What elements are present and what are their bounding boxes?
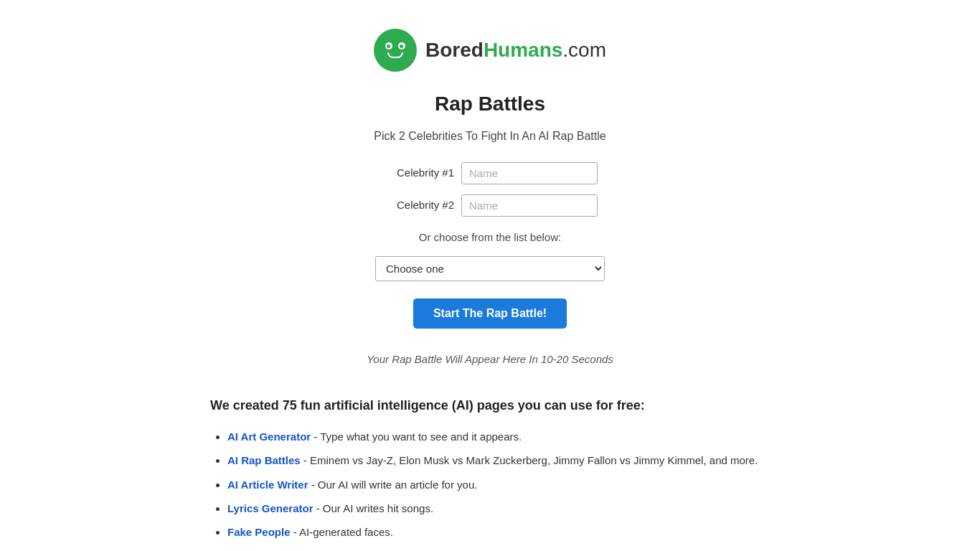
ai-link-3[interactable]: Lyrics Generator	[227, 502, 314, 514]
site-name-humans: Humans	[484, 39, 562, 61]
list-item: Lyrics Generator - Our AI writes hit son…	[227, 500, 784, 517]
logo-face	[385, 42, 405, 58]
ai-link-4[interactable]: Fake People	[227, 526, 291, 538]
list-item: AI Art Generator - Type what you want to…	[227, 428, 784, 445]
logo-eye-left	[385, 42, 392, 50]
list-item: AI Rap Battles - Eminem vs Jay-Z, Elon M…	[227, 452, 784, 468]
list-item: AI Article Writer - Our AI will write an…	[227, 476, 784, 493]
celebrity2-row: Celebrity #2	[382, 194, 598, 217]
rap-battle-form: Celebrity #1 Celebrity #2 Or choose from…	[196, 162, 784, 367]
ai-link-2[interactable]: AI Article Writer	[227, 479, 308, 491]
dropdown-label: Or choose from the list below:	[419, 230, 561, 246]
ai-link-1[interactable]: AI Rap Battles	[227, 454, 301, 466]
ai-section-title: We created 75 fun artificial intelligenc…	[210, 396, 784, 415]
celebrity1-input[interactable]	[461, 162, 598, 184]
site-logo	[374, 29, 417, 72]
celebrity1-row: Celebrity #1	[382, 162, 598, 184]
ai-link-description-3: - Our AI writes hit songs.	[314, 502, 434, 514]
start-battle-button[interactable]: Start The Rap Battle!	[413, 298, 567, 329]
page-title: Rap Battles	[196, 89, 784, 119]
page-subtitle: Pick 2 Celebrities To Fight In An AI Rap…	[196, 128, 784, 145]
site-name: BoredHumans.com	[425, 35, 606, 65]
celebrity1-label: Celebrity #1	[382, 165, 454, 182]
ai-section: We created 75 fun artificial intelligenc…	[196, 396, 784, 551]
celebrity2-label: Celebrity #2	[382, 197, 454, 214]
site-name-dotcom: .com	[562, 39, 606, 61]
logo-eyes	[385, 42, 405, 50]
celebrity2-input[interactable]	[461, 194, 598, 217]
site-name-bored: Bored	[425, 39, 484, 61]
list-item: Fake People - AI-generated faces.	[227, 524, 784, 540]
ai-link-description-0: - Type what you want to see and it appea…	[311, 430, 522, 443]
ai-list: AI Art Generator - Type what you want to…	[210, 428, 784, 551]
site-header: BoredHumans.com	[196, 14, 784, 89]
page-wrapper: BoredHumans.com Rap Battles Pick 2 Celeb…	[167, 0, 813, 551]
ai-link-0[interactable]: AI Art Generator	[227, 430, 311, 443]
list-item: Falling Sand - Play with lava, water, na…	[227, 547, 784, 551]
result-placeholder: Your Rap Battle Will Appear Here In 10-2…	[367, 352, 613, 368]
ai-link-description-4: - AI-generated faces.	[291, 526, 393, 538]
ai-link-description-1: - Eminem vs Jay-Z, Elon Musk vs Mark Zuc…	[301, 454, 758, 466]
ai-link-description-2: - Our AI will write an article for you.	[308, 479, 478, 491]
logo-mouth	[387, 52, 403, 58]
logo-eye-right	[398, 42, 405, 50]
celebrity-dropdown[interactable]: Choose one	[375, 256, 605, 281]
